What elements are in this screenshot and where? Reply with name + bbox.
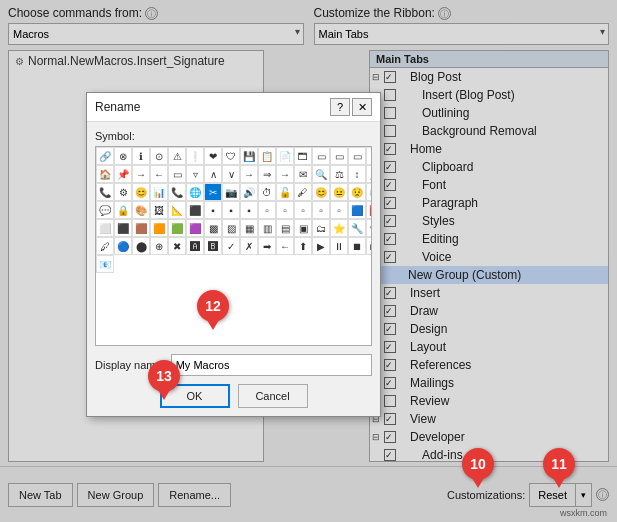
dialog-question-button[interactable]: ? xyxy=(330,98,350,116)
symbol-cell[interactable]: ⏸ xyxy=(330,237,348,255)
symbol-cell[interactable]: ⬛ xyxy=(186,201,204,219)
symbol-cell[interactable]: 🔒 xyxy=(114,201,132,219)
symbol-cell[interactable]: 🟫 xyxy=(132,219,150,237)
symbol-cell[interactable]: ▪ xyxy=(240,201,258,219)
symbol-cell[interactable]: 🔵 xyxy=(114,237,132,255)
symbol-cell[interactable]: 🟦 xyxy=(348,201,366,219)
symbol-cell[interactable]: ▫ xyxy=(330,201,348,219)
symbol-cell[interactable]: 📞 xyxy=(168,183,186,201)
symbol-cell[interactable]: ⭐ xyxy=(330,219,348,237)
symbol-cell[interactable]: ⬆ xyxy=(294,237,312,255)
symbol-cell[interactable]: ⚠ xyxy=(168,147,186,165)
symbol-cell[interactable]: 🌐 xyxy=(186,183,204,201)
symbol-cell[interactable]: ⏭ xyxy=(366,237,372,255)
symbol-cell[interactable]: ⇒ xyxy=(258,165,276,183)
symbol-cell[interactable]: ▩ xyxy=(204,219,222,237)
symbol-cell[interactable]: → xyxy=(240,165,258,183)
symbol-cell[interactable]: ⏱ xyxy=(258,183,276,201)
symbol-cell[interactable]: 📧 xyxy=(96,255,114,273)
symbol-cell[interactable]: ✓ xyxy=(222,237,240,255)
symbol-cell[interactable]: ✂ xyxy=(204,183,222,201)
symbol-cell[interactable]: 🅰 xyxy=(186,237,204,255)
symbol-cell[interactable]: 📞 xyxy=(96,183,114,201)
symbol-cell[interactable]: 🖊 xyxy=(96,237,114,255)
symbol-cell[interactable]: ← xyxy=(276,237,294,255)
symbol-cell[interactable]: ↕ xyxy=(348,165,366,183)
symbol-cell[interactable]: 😊 xyxy=(132,183,150,201)
display-name-input[interactable] xyxy=(171,354,372,376)
symbol-cell[interactable]: 📋 xyxy=(258,147,276,165)
symbol-cell[interactable]: 🔍 xyxy=(312,165,330,183)
symbol-cell[interactable]: ▥ xyxy=(258,219,276,237)
symbol-cell[interactable]: 📐 xyxy=(168,201,186,219)
symbol-cell[interactable]: ⊙ xyxy=(150,147,168,165)
symbol-cell[interactable]: 📷 xyxy=(222,183,240,201)
symbol-cell[interactable]: ∧ xyxy=(204,165,222,183)
symbol-cell[interactable]: ▪ xyxy=(222,201,240,219)
dialog-close-button[interactable]: ✕ xyxy=(352,98,372,116)
symbol-cell[interactable]: 🔊 xyxy=(240,183,258,201)
symbol-cell[interactable]: 🟪 xyxy=(186,219,204,237)
symbol-cell[interactable]: 📌 xyxy=(114,165,132,183)
symbol-cell[interactable]: 😐 xyxy=(330,183,348,201)
symbol-cell[interactable]: 🔧 xyxy=(348,219,366,237)
symbol-cell[interactable]: ℹ xyxy=(132,147,150,165)
symbol-cell[interactable]: 🟩 xyxy=(168,219,186,237)
symbol-cell[interactable]: 🟧 xyxy=(150,219,168,237)
symbol-cell[interactable]: → xyxy=(276,165,294,183)
symbol-cell[interactable]: ⊗ xyxy=(114,147,132,165)
symbol-cell[interactable]: ⚙ xyxy=(114,183,132,201)
symbol-cell[interactable]: 🔗 xyxy=(96,147,114,165)
symbol-cell[interactable]: ✉ xyxy=(294,165,312,183)
symbol-cell[interactable]: 🛡 xyxy=(222,147,240,165)
symbol-cell[interactable]: ▫ xyxy=(294,201,312,219)
symbol-cell[interactable]: ⏹ xyxy=(348,237,366,255)
symbol-cell[interactable]: ← xyxy=(150,165,168,183)
symbol-cell[interactable]: ⬜ xyxy=(96,219,114,237)
symbol-cell[interactable]: ▯ xyxy=(366,147,372,165)
symbol-cell[interactable]: ∨ xyxy=(222,165,240,183)
symbol-cell[interactable]: ▨ xyxy=(222,219,240,237)
symbol-cell[interactable]: ▭ xyxy=(168,165,186,183)
symbol-cell[interactable]: ⊕ xyxy=(150,237,168,255)
symbol-cell[interactable]: ▫ xyxy=(258,201,276,219)
symbol-cell[interactable]: ▦ xyxy=(240,219,258,237)
symbol-cell[interactable]: 🖋 xyxy=(294,183,312,201)
symbol-cell[interactable]: ▭ xyxy=(348,147,366,165)
symbol-cell[interactable]: ▭ xyxy=(312,147,330,165)
symbol-cell[interactable]: ▪ xyxy=(204,201,222,219)
symbol-cell[interactable]: 🔓 xyxy=(276,183,294,201)
symbol-cell[interactable]: ✗ xyxy=(240,237,258,255)
symbol-cell[interactable]: ❤ xyxy=(204,147,222,165)
symbol-cell[interactable]: 🔨 xyxy=(366,219,372,237)
symbol-cell[interactable]: 🗔 xyxy=(294,147,312,165)
symbol-grid[interactable]: 🔗⊗ℹ⊙⚠❕❤🛡💾📋📄🗔▭▭▭▯📁📁🏠📌→←▭▿∧∨→⇒→✉🔍⚖↕👤👥🕐📞⚙😊📊… xyxy=(95,146,372,346)
symbol-cell[interactable]: 📄 xyxy=(276,147,294,165)
symbol-cell[interactable]: 🎨 xyxy=(132,201,150,219)
symbol-cell[interactable]: 😟 xyxy=(348,183,366,201)
symbol-cell[interactable]: 👤 xyxy=(366,165,372,183)
symbol-cell[interactable]: 🕐 xyxy=(366,183,372,201)
symbol-cell[interactable]: 📊 xyxy=(150,183,168,201)
symbol-cell[interactable]: ⚖ xyxy=(330,165,348,183)
symbol-cell[interactable]: ❕ xyxy=(186,147,204,165)
symbol-cell[interactable]: ▫ xyxy=(276,201,294,219)
symbol-cell[interactable]: ⬤ xyxy=(132,237,150,255)
symbol-cell[interactable]: ➡ xyxy=(258,237,276,255)
symbol-cell[interactable]: 🏠 xyxy=(96,165,114,183)
symbol-cell[interactable]: 🟥 xyxy=(366,201,372,219)
symbol-cell[interactable]: → xyxy=(132,165,150,183)
symbol-cell[interactable]: 💬 xyxy=(96,201,114,219)
symbol-cell[interactable]: ▤ xyxy=(276,219,294,237)
symbol-cell[interactable]: 🅱 xyxy=(204,237,222,255)
symbol-cell[interactable]: 🖼 xyxy=(150,201,168,219)
symbol-cell[interactable]: ✖ xyxy=(168,237,186,255)
symbol-cell[interactable]: ▭ xyxy=(330,147,348,165)
symbol-cell[interactable]: 🗂 xyxy=(312,219,330,237)
symbol-cell[interactable]: ▫ xyxy=(312,201,330,219)
dialog-cancel-button[interactable]: Cancel xyxy=(238,384,308,408)
symbol-cell[interactable]: 💾 xyxy=(240,147,258,165)
symbol-cell[interactable]: ▿ xyxy=(186,165,204,183)
symbol-cell[interactable]: ▣ xyxy=(294,219,312,237)
symbol-cell[interactable]: ▶ xyxy=(312,237,330,255)
